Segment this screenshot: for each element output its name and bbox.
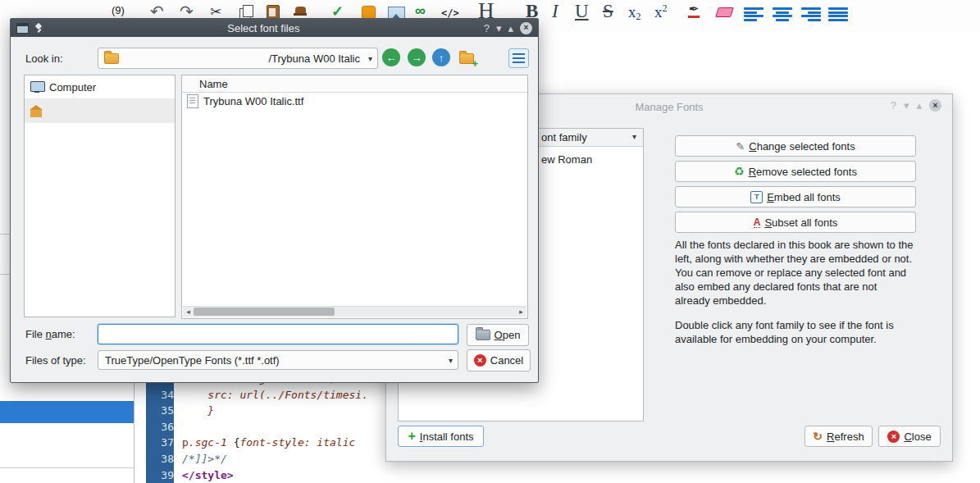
superscript-button[interactable]: x2 — [654, 3, 668, 21]
places-sidebar[interactable]: Computer — [24, 75, 175, 317]
line-number: 36 — [146, 419, 179, 435]
install-fonts-button[interactable]: + Install fonts — [398, 426, 484, 447]
shade-icon[interactable]: ▾ — [904, 99, 909, 112]
scroll-right-icon[interactable]: ▸ — [516, 307, 526, 317]
code-lines: 33 font-weight: normal;34 src: url(../Fo… — [146, 371, 397, 483]
file-list-header[interactable]: Name — [182, 75, 527, 93]
line-number: 39 — [146, 467, 179, 483]
home-icon — [30, 110, 42, 117]
window-controls: ? ▾ ▴ × — [891, 99, 941, 112]
insert-link-icon[interactable]: ∞ — [415, 2, 426, 20]
code-text: </style> — [179, 467, 397, 483]
align-left-icon[interactable] — [744, 7, 763, 21]
file-name-text: Trybuna W00 Italic.ttf — [203, 95, 303, 107]
dialog-title: Select font files — [48, 22, 479, 34]
new-folder-button[interactable]: + — [458, 50, 477, 66]
stamp-icon[interactable] — [295, 7, 306, 13]
font-family-column-header[interactable]: ont family — [541, 131, 587, 144]
unshade-icon[interactable]: ▴ — [916, 99, 922, 112]
clear-format-eraser-icon[interactable] — [717, 7, 732, 17]
current-path-value: /Trybuna W00 Italic — [119, 52, 363, 65]
name-column-header[interactable]: Name — [199, 78, 228, 90]
eraser-glyph — [715, 7, 734, 17]
subscript-button[interactable]: x2 — [628, 3, 641, 21]
line-number: 35 — [146, 403, 179, 419]
subset-font-icon: A — [754, 217, 761, 228]
path-combobox[interactable]: /Trybuna W00 Italic ▾ — [98, 48, 378, 69]
align-center-icon[interactable] — [773, 7, 792, 21]
red-color-bar — [688, 16, 700, 18]
code-view-icon[interactable]: </> — [441, 7, 459, 19]
header-menu-arrow-icon[interactable]: ▾ — [632, 132, 636, 141]
file-list-item[interactable]: Trybuna W00 Italic.ttf — [182, 93, 527, 110]
plus-icon: + — [408, 430, 415, 443]
unshade-icon[interactable]: ▴ — [508, 22, 513, 34]
dialog-titlebar[interactable]: Select font files ? ▾ ▴ × — [11, 19, 538, 37]
italic-button[interactable]: I — [552, 1, 558, 22]
open-button[interactable]: Open — [467, 324, 529, 346]
file-type-combobox[interactable]: TrueType/OpenType Fonts (*.ttf *.otf) ▾ — [98, 350, 458, 370]
recycle-icon: ♻ — [734, 165, 745, 178]
code-line: 34 src: url(../Fonts/timesi. — [146, 387, 397, 403]
close-icon[interactable]: × — [520, 22, 532, 34]
code-line: 38/*]]>*/ — [146, 451, 397, 467]
font-row[interactable]: ew Roman — [541, 153, 592, 166]
pin-icon[interactable] — [34, 23, 43, 34]
sidebar-item-home[interactable] — [25, 98, 175, 123]
sidebar-item-computer[interactable]: Computer — [25, 75, 175, 98]
embed-all-fonts-label: Embed all fonts — [767, 191, 841, 203]
help-icon[interactable]: ? — [891, 99, 896, 112]
chevron-down-icon[interactable]: ▾ — [449, 356, 453, 365]
line-number: 34 — [146, 387, 179, 403]
subscript-mark: 2 — [636, 11, 641, 23]
plus-icon: + — [472, 57, 478, 70]
subset-all-fonts-button[interactable]: A Subset all fonts — [675, 212, 916, 233]
window-icon — [16, 23, 29, 34]
up-button[interactable]: ↑ — [432, 48, 450, 66]
underline-button[interactable]: U — [575, 1, 589, 22]
detail-view-button[interactable] — [508, 48, 529, 68]
superscript-mark: 2 — [663, 2, 668, 15]
font-file-icon — [187, 94, 198, 108]
chevron-down-icon[interactable]: ▾ — [368, 54, 372, 63]
align-justify-glyph — [828, 7, 848, 21]
select-font-files-dialog: Select font files ? ▾ ▴ × Look in: /Tryb… — [10, 18, 539, 383]
computer-label: Computer — [49, 81, 96, 93]
align-center-glyph — [773, 7, 792, 21]
scroll-left-icon[interactable]: ◂ — [183, 307, 194, 317]
look-in-label: Look in: — [25, 52, 63, 65]
change-selected-fonts-button[interactable]: ✎ Change selected fonts — [675, 135, 916, 157]
refresh-button[interactable]: ↻ Refresh — [805, 426, 873, 447]
horizontal-scrollbar[interactable]: ◂ ▸ — [183, 306, 526, 317]
forward-button[interactable]: → — [408, 48, 426, 66]
application-window: (9) ↶ ↷ ✂ ✓ ∞ </> H B I U S x2 x2 ✒ 33 f… — [0, 0, 980, 483]
close-label: Close — [904, 431, 931, 443]
code-line: 39</style> — [146, 467, 397, 483]
close-button[interactable]: × Close — [878, 426, 941, 447]
file-name-input[interactable] — [98, 324, 458, 344]
shade-icon[interactable]: ▾ — [496, 22, 502, 34]
folder-icon — [104, 53, 119, 64]
description-paragraph-2: Double click any font family to see if t… — [675, 318, 914, 346]
line-number: 37 — [146, 435, 179, 451]
stamp-glyph — [295, 7, 306, 13]
back-button[interactable]: ← — [382, 48, 400, 66]
embed-all-fonts-button[interactable]: T Embed all fonts — [675, 186, 916, 207]
strikethrough-button[interactable]: S — [603, 1, 613, 22]
left-panel-selection-bar[interactable] — [0, 401, 134, 423]
file-list-panel[interactable]: Name Trybuna W00 Italic.ttf ◂ ▸ — [181, 75, 528, 319]
format-brush-icon[interactable]: ✒ — [688, 3, 700, 18]
remove-selected-fonts-button[interactable]: ♻ Remove selected fonts — [675, 161, 916, 182]
align-justify-icon[interactable] — [828, 7, 848, 21]
close-red-icon: × — [887, 431, 900, 443]
subset-all-fonts-label: Subset all fonts — [764, 216, 837, 229]
align-right-icon[interactable] — [801, 7, 821, 21]
code-editor[interactable]: 33 font-weight: normal;34 src: url(../Fo… — [146, 371, 397, 483]
refresh-icon: ↻ — [813, 431, 823, 442]
code-text: /*]]>*/ — [179, 451, 397, 467]
cancel-button[interactable]: × Cancel — [467, 349, 531, 371]
close-icon[interactable]: × — [929, 99, 941, 112]
help-icon[interactable]: ? — [484, 22, 490, 34]
scrollbar-thumb[interactable] — [194, 308, 335, 316]
file-name-label: File name: — [25, 328, 75, 340]
